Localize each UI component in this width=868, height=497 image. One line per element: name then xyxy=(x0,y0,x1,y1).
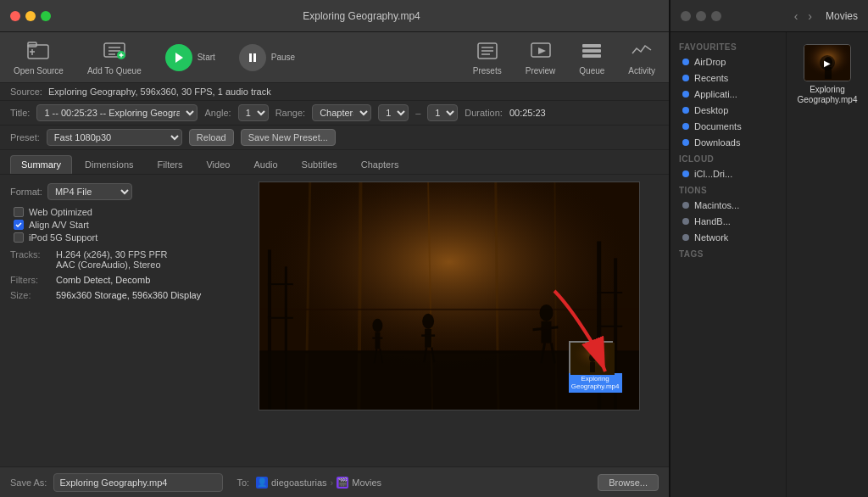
svg-marker-19 xyxy=(538,47,546,54)
tab-filters[interactable]: Filters xyxy=(147,155,194,174)
tab-subtitles[interactable]: Subtitles xyxy=(291,155,348,174)
user-folder-icon: 👤 xyxy=(256,477,268,489)
preview-image[interactable]: Exploring Geography.mp4 xyxy=(259,181,640,410)
sidebar-item-network[interactable]: Network xyxy=(674,230,782,245)
network-icon xyxy=(682,234,689,241)
recents-label: Recents xyxy=(694,73,728,83)
sidebar-item-airdrop[interactable]: AirDrop xyxy=(674,54,782,70)
align-av-row[interactable]: Align A/V Start xyxy=(10,220,219,230)
ipod-row[interactable]: iPod 5G Support xyxy=(10,232,219,243)
reload-button[interactable]: Reload xyxy=(189,129,234,146)
finder-traffic-lights xyxy=(681,11,721,21)
airdrop-icon xyxy=(682,59,689,65)
range-start-select[interactable]: 1 xyxy=(378,104,409,121)
browse-button[interactable]: Browse... xyxy=(598,474,659,491)
finder-forward-button[interactable]: › xyxy=(804,8,815,25)
documents-label: Documents xyxy=(694,121,742,131)
ipod-label: iPod 5G Support xyxy=(29,232,97,243)
finder-minimize[interactable] xyxy=(696,11,706,21)
sidebar-item-icloud-drive[interactable]: iCl...Dri... xyxy=(674,166,782,181)
toolbar: Open Source Add To Queue Start xyxy=(0,32,669,83)
sidebar-item-recents[interactable]: Recents xyxy=(674,70,782,86)
movies-folder-icon: 🎬 xyxy=(337,477,348,489)
thumbnail-label: Exploring Geography.mp4 xyxy=(569,373,622,393)
finder-fullscreen[interactable] xyxy=(711,11,721,21)
finder-close[interactable] xyxy=(681,11,691,21)
range-end-select[interactable]: 1 xyxy=(427,104,458,121)
sidebar-item-documents[interactable]: Documents xyxy=(674,119,782,134)
finder-file-item[interactable]: ▶ Exploring Geography.mp4 xyxy=(793,39,861,110)
finder-main-area: ▶ Exploring Geography.mp4 xyxy=(787,32,868,497)
svg-rect-13 xyxy=(253,53,256,62)
path-separator: › xyxy=(331,477,334,488)
ipod-checkbox[interactable] xyxy=(14,232,24,243)
title-select[interactable]: 1 -- 00:25:23 -- Exploring Geography xyxy=(36,104,198,121)
add-to-queue-button[interactable]: Add To Queue xyxy=(82,36,147,79)
sidebar-item-desktop[interactable]: Desktop xyxy=(674,103,782,118)
tab-dimensions[interactable]: Dimensions xyxy=(74,155,144,174)
path-user: diegoasturias xyxy=(271,477,326,488)
filters-row: Filters: Comb Detect, Decomb xyxy=(10,275,219,285)
title-row: Title: 1 -- 00:25:23 -- Exploring Geogra… xyxy=(0,101,669,126)
finder-content: Favourites AirDrop Recents Applicati... … xyxy=(670,32,868,497)
sidebar-item-macintosh[interactable]: Macintos... xyxy=(674,198,782,213)
tab-video[interactable]: Video xyxy=(195,155,241,174)
pause-button[interactable]: Pause xyxy=(234,41,300,75)
add-queue-label: Add To Queue xyxy=(87,66,142,75)
range-label: Range: xyxy=(275,108,305,118)
activity-button[interactable]: Activity xyxy=(623,36,660,79)
web-optimized-row[interactable]: Web Optimized xyxy=(10,207,219,217)
bottom-bar: Save As: To: 👤 diegoasturias › 🎬 Movies … xyxy=(0,466,669,497)
sidebar-item-handbrakemount[interactable]: HandB... xyxy=(674,214,782,229)
angle-select[interactable]: 1 xyxy=(238,104,269,121)
sidebar-item-applications[interactable]: Applicati... xyxy=(674,87,782,102)
source-bar: Source: Exploring Geography, 596x360, 30… xyxy=(0,83,669,101)
file-name-line2: Geography.mp4 xyxy=(798,95,858,104)
open-source-icon xyxy=(26,39,50,63)
sidebar-item-downloads[interactable]: Downloads xyxy=(674,135,782,150)
open-source-button[interactable]: Open Source xyxy=(8,36,69,79)
source-label: Source: xyxy=(10,87,42,97)
tab-audio[interactable]: Audio xyxy=(242,155,288,174)
finder-back-button[interactable]: ‹ xyxy=(791,8,802,25)
web-optimized-label: Web Optimized xyxy=(29,207,92,217)
favourites-header: Favourites xyxy=(670,39,786,53)
save-as-input[interactable] xyxy=(53,473,223,492)
align-av-label: Align A/V Start xyxy=(29,220,89,230)
format-select[interactable]: MP4 File xyxy=(47,183,132,200)
window-title: Exploring Geography.mp4 xyxy=(64,10,659,22)
fullscreen-button[interactable] xyxy=(41,11,51,21)
presets-label: Presets xyxy=(473,66,502,75)
tracks-line1: H.264 (x264), 30 FPS PFR xyxy=(56,249,167,260)
recents-icon xyxy=(682,75,689,81)
tab-summary[interactable]: Summary xyxy=(10,155,72,174)
start-button[interactable]: Start xyxy=(160,41,220,75)
handbrakemount-icon xyxy=(682,218,689,225)
align-av-checkbox[interactable] xyxy=(14,220,24,230)
documents-icon xyxy=(682,123,689,130)
preview-button[interactable]: Preview xyxy=(520,36,561,79)
preset-row: Preset: Fast 1080p30 Reload Save New Pre… xyxy=(0,126,669,150)
tracks-row: Tracks: H.264 (x264), 30 FPS PFR AAC (Co… xyxy=(10,249,219,270)
svg-rect-35 xyxy=(267,317,292,319)
play-button-overlay: ▶ xyxy=(820,55,835,70)
save-preset-button[interactable]: Save New Preset... xyxy=(241,129,336,146)
close-button[interactable] xyxy=(10,11,20,21)
tab-chapters[interactable]: Chapters xyxy=(350,155,410,174)
svg-rect-12 xyxy=(249,53,252,62)
finder-sidebar: ‹ › Movies Favourites AirDrop Recents Ap… xyxy=(670,0,868,497)
range-type-select[interactable]: Chapters xyxy=(312,104,371,121)
minimize-button[interactable] xyxy=(25,11,36,21)
queue-button[interactable]: Queue xyxy=(574,36,609,79)
preview-thumbnail xyxy=(569,341,613,373)
airdrop-label: AirDrop xyxy=(694,57,726,67)
finder-nav-buttons: ‹ › xyxy=(791,8,815,25)
add-queue-icon xyxy=(103,39,126,63)
web-optimized-checkbox[interactable] xyxy=(14,207,24,217)
range-dash: – xyxy=(415,108,420,118)
downloads-label: Downloads xyxy=(694,137,740,148)
presets-button[interactable]: Presets xyxy=(468,36,507,79)
preset-select[interactable]: Fast 1080p30 xyxy=(47,129,182,146)
format-row: Format: MP4 File xyxy=(10,183,219,200)
network-label: Network xyxy=(694,232,728,243)
